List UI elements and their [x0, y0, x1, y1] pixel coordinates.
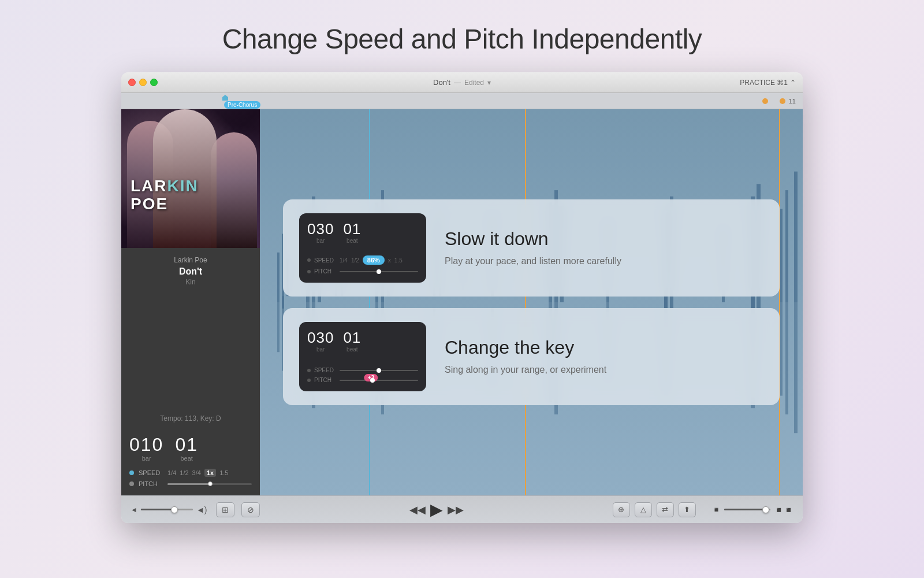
mini-bar-value-1: 030: [307, 221, 334, 236]
window-title: Don't — Edited ▾: [433, 78, 491, 87]
play-icon: ▶: [430, 500, 443, 519]
transport-controls: ◀◀ ▶ ▶▶: [409, 500, 464, 519]
pin-tool-button[interactable]: ⊘: [241, 502, 260, 517]
right-volume-thumb[interactable]: [762, 506, 769, 513]
mini-beat-label-1: beat: [346, 238, 357, 244]
speed-opt-threequarter[interactable]: 3/4: [192, 469, 201, 476]
main-content: LARKINPOE Larkin Poe Don't Kin Tempo: 11…: [121, 109, 803, 495]
play-button[interactable]: ▶: [430, 500, 443, 519]
mini-beat-1: 01 beat: [343, 221, 361, 244]
mini-speed-slider-2[interactable]: [340, 370, 418, 371]
mini-beat-label-2: beat: [346, 346, 357, 353]
pitch-row: PITCH: [129, 480, 252, 487]
right-volume-slider[interactable]: [724, 509, 770, 510]
band-name: LARKINPOE: [131, 177, 199, 213]
loop-button[interactable]: ⊕: [613, 502, 630, 517]
section-label[interactable]: Pre-Chorus: [224, 101, 260, 109]
change-key-card: 030 bar 01 beat SPEED: [283, 308, 780, 405]
traffic-lights: [128, 79, 158, 86]
speed-opt-15x[interactable]: 1.5: [219, 469, 228, 476]
mini-pitch-thumb-1[interactable]: [377, 269, 381, 274]
mini-position-1: 030 bar 01 beat: [307, 221, 418, 244]
fast-forward-button[interactable]: ▶▶: [448, 503, 464, 516]
mini-opt-x[interactable]: x: [388, 257, 391, 264]
feature-title-1: Slow it down: [445, 228, 763, 250]
right-content: 030 bar 01 beat SPEED: [260, 109, 803, 495]
bottom-controls: 010 bar 01 beat SPEED 1/4: [121, 427, 260, 495]
mini-controls-1: SPEED 1/4 1/2 86% x 1.5: [307, 255, 418, 275]
share-icon: ⬆: [684, 505, 690, 514]
bar-value: 010: [129, 435, 163, 454]
speed-dot: [129, 470, 134, 475]
mini-pitch-label-2: PITCH: [314, 377, 336, 383]
mini-bar-label-1: bar: [316, 238, 325, 244]
volume-section-right: ◾ ◾◾: [712, 505, 793, 514]
feature-text-1: Slow it down Play at your pace, and list…: [445, 228, 763, 268]
route-button[interactable]: ⇄: [657, 502, 674, 517]
mini-speed-row-2: SPEED: [307, 367, 418, 373]
speed-badge-1[interactable]: 86%: [363, 255, 385, 265]
volume-slider[interactable]: [141, 509, 193, 510]
pitch-thumb[interactable]: [208, 481, 213, 486]
playhead-marker: [222, 95, 228, 101]
rewind-icon: ◀◀: [409, 503, 426, 516]
speed-opt-half[interactable]: 1/2: [180, 469, 188, 476]
sidebar: LARKINPOE Larkin Poe Don't Kin Tempo: 11…: [121, 109, 260, 495]
mini-opt-14[interactable]: 1/4: [340, 257, 348, 264]
volume-fill: [141, 509, 172, 510]
mini-pitch-controls-2: +3: [340, 380, 418, 381]
eq-tool-button[interactable]: ⊞: [216, 502, 234, 517]
mini-speed-opts-1[interactable]: 1/4 1/2 86% x 1.5: [340, 255, 403, 265]
mini-opt-15[interactable]: 1.5: [394, 257, 403, 264]
song-name-title: Don't: [433, 78, 450, 87]
speed-opt-1x[interactable]: 1x: [204, 469, 216, 477]
orange-marker-1: [762, 98, 768, 104]
feature-desc-1: Play at your pace, and listen more caref…: [445, 254, 763, 268]
mini-pitch-dot-1: [307, 270, 311, 273]
mini-bar-1: 030 bar: [307, 221, 334, 244]
mini-bar-label-2: bar: [316, 346, 325, 353]
volume-max-icon: ◄): [196, 505, 207, 514]
edited-label: Edited: [464, 79, 484, 87]
cards-overlay: 030 bar 01 beat SPEED: [260, 109, 803, 495]
mini-opt-12[interactable]: 1/2: [351, 257, 359, 264]
minimize-button[interactable]: [139, 79, 147, 86]
bar-label: bar: [142, 455, 151, 462]
song-album: Kin: [129, 278, 252, 286]
title-bar: Don't — Edited ▾ PRACTICE ⌘1 ⌃: [121, 72, 803, 93]
figure-right: [211, 132, 257, 248]
mini-pitch-slider-2[interactable]: +3: [340, 380, 418, 381]
position-display: 010 bar 01 beat: [129, 435, 252, 462]
pitch-slider[interactable]: [167, 483, 252, 485]
mini-speed-thumb-2[interactable]: [377, 368, 381, 373]
practice-button[interactable]: PRACTICE ⌘1 ⌃: [740, 79, 796, 87]
pitch-dot: [129, 481, 134, 486]
volume-thumb[interactable]: [171, 506, 178, 513]
feature-title-2: Change the key: [445, 337, 763, 358]
mini-pitch-slider-1[interactable]: [340, 271, 418, 272]
close-button[interactable]: [128, 79, 136, 86]
share-button[interactable]: ⬆: [679, 502, 696, 517]
mini-speed-dot-1: [307, 258, 311, 262]
sidebar-spacer: [121, 294, 260, 410]
rewind-button[interactable]: ◀◀: [409, 503, 426, 516]
warn-button[interactable]: △: [635, 502, 652, 517]
speed-pitch-controls: SPEED 1/4 1/2 3/4 1x 1.5 PITCH: [129, 469, 252, 487]
timeline-bar: Pre-Chorus 11: [121, 93, 803, 109]
mini-pitch-thumb-2[interactable]: [370, 378, 375, 383]
speed-opt-quarter[interactable]: 1/4: [167, 469, 176, 476]
tempo-key: Tempo: 113, Key: D: [121, 410, 260, 427]
mini-speed-label-1: SPEED: [314, 257, 336, 264]
app-window: Don't — Edited ▾ PRACTICE ⌘1 ⌃ Pre-Choru…: [121, 72, 803, 523]
maximize-button[interactable]: [150, 79, 158, 86]
warn-icon: △: [640, 505, 646, 514]
mini-pitch-dot-2: [307, 379, 311, 382]
playhead[interactable]: [222, 93, 228, 101]
timeline-number: 11: [789, 98, 796, 105]
mini-player-2: 030 bar 01 beat SPEED: [299, 322, 426, 391]
mini-pitch-row-2: PITCH +3: [307, 377, 418, 383]
beat-label: beat: [180, 455, 192, 462]
feature-desc-2: Sing along in your range, or experiment: [445, 363, 763, 377]
speed-label: SPEED: [139, 469, 163, 476]
speed-options[interactable]: 1/4 1/2 3/4 1x 1.5: [167, 469, 228, 477]
